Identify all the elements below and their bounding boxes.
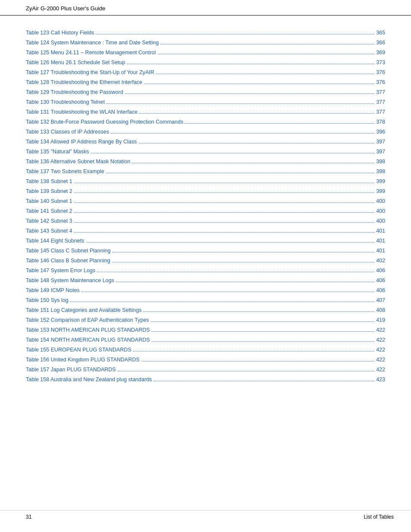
toc-link[interactable]: Table 149 ICMP Notes bbox=[26, 286, 80, 295]
toc-dots bbox=[185, 123, 374, 124]
toc-row: Table 155 EUROPEAN PLUG STANDARDS422 bbox=[26, 345, 385, 354]
toc-row: Table 127 Troubleshooting the Start-Up o… bbox=[26, 68, 385, 77]
toc-dots bbox=[74, 183, 374, 183]
toc-page-number: 376 bbox=[376, 68, 385, 77]
toc-dots bbox=[118, 371, 374, 371]
toc-link[interactable]: Table 150 Sys log bbox=[26, 296, 68, 305]
toc-page-number: 373 bbox=[376, 58, 385, 67]
toc-row: Table 143 Subnet 4401 bbox=[26, 227, 385, 235]
footer-page-number: 31 bbox=[26, 514, 31, 520]
toc-link[interactable]: Table 123 Call History Fields bbox=[26, 28, 94, 37]
toc-link[interactable]: Table 127 Troubleshooting the Start-Up o… bbox=[26, 68, 154, 77]
toc-link[interactable]: Table 146 Class B Subnet Planning bbox=[26, 256, 110, 265]
toc-link[interactable]: Table 151 Log Categories and Available S… bbox=[26, 306, 142, 314]
toc-row: Table 148 System Maintenance Logs406 bbox=[26, 276, 385, 285]
toc-row: Table 151 Log Categories and Available S… bbox=[26, 306, 385, 314]
toc-link[interactable]: Table 145 Class C Subnet Planning bbox=[26, 246, 111, 255]
toc-page-number: 377 bbox=[376, 88, 385, 96]
toc-row: Table 137 Two Subnets Example398 bbox=[26, 167, 385, 176]
toc-dots bbox=[111, 133, 374, 134]
toc-link[interactable]: Table 139 Subnet 2 bbox=[26, 187, 72, 196]
toc-page-number: 399 bbox=[376, 187, 385, 196]
toc-link[interactable]: Table 148 System Maintenance Logs bbox=[26, 276, 114, 285]
toc-page-number: 366 bbox=[376, 38, 385, 47]
toc-row: Table 131 Troubleshooting the WLAN Inter… bbox=[26, 108, 385, 116]
toc-row: Table 150 Sys log407 bbox=[26, 296, 385, 305]
toc-link[interactable]: Table 137 Two Subnets Example bbox=[26, 167, 104, 176]
toc-row: Table 145 Class C Subnet Planning401 bbox=[26, 246, 385, 255]
toc-link[interactable]: Table 153 NORTH AMERICAN PLUG STANDARDS bbox=[26, 326, 150, 334]
toc-link[interactable]: Table 131 Troubleshooting the WLAN Inter… bbox=[26, 108, 137, 116]
toc-row: Table 129 Troubleshooting the Password37… bbox=[26, 88, 385, 96]
toc-page-number: 422 bbox=[376, 345, 385, 354]
toc-page-number: 377 bbox=[376, 108, 385, 116]
toc-dots bbox=[141, 361, 374, 361]
toc-link[interactable]: Table 143 Subnet 4 bbox=[26, 227, 72, 235]
footer-section-label: List of Tables bbox=[364, 514, 394, 520]
toc-page-number: 365 bbox=[376, 28, 385, 37]
toc-row: Table 134 Allowed IP Address Range By Cl… bbox=[26, 137, 385, 146]
toc-link[interactable]: Table 136 Alternative Subnet Mask Notati… bbox=[26, 157, 131, 166]
toc-page-number: 406 bbox=[376, 286, 385, 295]
toc-dots bbox=[152, 331, 374, 332]
toc-link[interactable]: Table 126 Menu 26.1 Schedule Set Setup bbox=[26, 58, 125, 67]
toc-dots bbox=[112, 252, 374, 252]
toc-row: Table 144 Eight Subnets401 bbox=[26, 236, 385, 245]
toc-link[interactable]: Table 133 Classes of IP Addresses bbox=[26, 128, 109, 136]
toc-link[interactable]: Table 130 Troubleshooting Telnet bbox=[26, 98, 105, 106]
toc-page-number: 400 bbox=[376, 197, 385, 205]
toc-link[interactable]: Table 147 System Error Logs bbox=[26, 266, 95, 275]
toc-link[interactable]: Table 142 Subnet 3 bbox=[26, 217, 72, 225]
toc-link[interactable]: Table 141 Subnet 2 bbox=[26, 207, 72, 215]
toc-dots bbox=[74, 212, 374, 213]
toc-page-number: 423 bbox=[376, 375, 385, 384]
toc-page-number: 407 bbox=[376, 296, 385, 305]
toc-link[interactable]: Table 138 Subnet 1 bbox=[26, 177, 72, 186]
toc-page-number: 422 bbox=[376, 326, 385, 334]
toc-dots bbox=[133, 351, 374, 352]
toc-row: Table 125 Menu 24.11 – Remote Management… bbox=[26, 48, 385, 57]
toc-link[interactable]: Table 154 NORTH AMERICAN PLUG STANDARDS bbox=[26, 336, 150, 344]
toc-content: Table 123 Call History Fields365Table 12… bbox=[0, 16, 411, 411]
toc-link[interactable]: Table 125 Menu 24.11 – Remote Management… bbox=[26, 48, 156, 57]
toc-row: Table 140 Subnet 1400 bbox=[26, 197, 385, 205]
toc-dots bbox=[74, 202, 374, 203]
toc-link[interactable]: Table 152 Comparison of EAP Authenticati… bbox=[26, 316, 149, 324]
toc-link[interactable]: Table 129 Troubleshooting the Password bbox=[26, 88, 123, 96]
toc-link[interactable]: Table 124 System Maintenance : Time and … bbox=[26, 38, 159, 47]
toc-row: Table 124 System Maintenance : Time and … bbox=[26, 38, 385, 47]
toc-page-number: 378 bbox=[376, 118, 385, 126]
toc-page-number: 397 bbox=[376, 147, 385, 156]
toc-row: Table 154 NORTH AMERICAN PLUG STANDARDS4… bbox=[26, 336, 385, 344]
toc-dots bbox=[144, 84, 374, 84]
toc-page-number: 376 bbox=[376, 78, 385, 87]
toc-dots bbox=[90, 153, 374, 153]
toc-page-number: 406 bbox=[376, 266, 385, 275]
toc-dots bbox=[158, 54, 375, 54]
toc-dots bbox=[116, 282, 374, 282]
toc-link[interactable]: Table 128 Troubleshooting the Ethernet I… bbox=[26, 78, 142, 87]
toc-link[interactable]: Table 156 United Kingdom PLUG STANDARDS bbox=[26, 355, 140, 364]
toc-dots bbox=[152, 341, 374, 342]
toc-row: Table 126 Menu 26.1 Schedule Set Setup37… bbox=[26, 58, 385, 67]
toc-link[interactable]: Table 157 Japan PLUG STANDARDS bbox=[26, 365, 116, 374]
toc-link[interactable]: Table 132 Brute-Force Password Guessing … bbox=[26, 118, 183, 126]
toc-dots bbox=[106, 103, 374, 104]
toc-link[interactable]: Table 135 "Natural" Masks bbox=[26, 147, 89, 156]
toc-dots bbox=[74, 193, 374, 193]
toc-row: Table 156 United Kingdom PLUG STANDARDS4… bbox=[26, 355, 385, 364]
toc-link[interactable]: Table 158 Australia and New Zealand plug… bbox=[26, 375, 152, 384]
toc-page-number: 422 bbox=[376, 355, 385, 364]
toc-row: Table 136 Alternative Subnet Mask Notati… bbox=[26, 157, 385, 166]
toc-link[interactable]: Table 155 EUROPEAN PLUG STANDARDS bbox=[26, 345, 131, 354]
toc-link[interactable]: Table 144 Eight Subnets bbox=[26, 236, 84, 245]
toc-link[interactable]: Table 140 Subnet 1 bbox=[26, 197, 72, 205]
toc-link[interactable]: Table 134 Allowed IP Address Range By Cl… bbox=[26, 137, 137, 146]
toc-dots bbox=[86, 242, 375, 243]
toc-page-number: 401 bbox=[376, 236, 385, 245]
toc-page-number: 369 bbox=[376, 48, 385, 57]
toc-page-number: 422 bbox=[376, 336, 385, 344]
toc-row: Table 135 "Natural" Masks397 bbox=[26, 147, 385, 156]
toc-dots bbox=[161, 44, 375, 44]
toc-dots bbox=[143, 311, 374, 312]
